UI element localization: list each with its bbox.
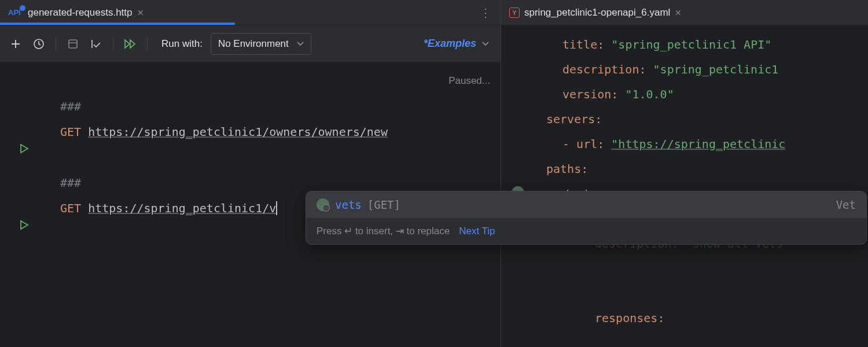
run-with-label: Run with: xyxy=(155,38,207,50)
http-request-line: GET https://spring_petclinic1/owners/own… xyxy=(57,119,501,145)
right-gutter xyxy=(501,25,536,347)
environment-select[interactable]: No Environment xyxy=(211,33,311,55)
environment-value: No Environment xyxy=(218,38,289,50)
tab-openapi-yaml[interactable]: Y spring_petclinic1-openapi_6.yaml ✕ xyxy=(501,0,690,25)
endpoint-icon xyxy=(317,198,329,211)
completion-name: vets xyxy=(335,198,362,211)
editor-body[interactable]: title: "spring_petclinic1 API" descripti… xyxy=(536,25,868,347)
active-tab-indicator xyxy=(0,23,235,25)
yaml-line: version: "1.0.0" xyxy=(536,82,868,107)
right-editor[interactable]: title: "spring_petclinic1 API" descripti… xyxy=(501,25,868,347)
completion-type: [GET] xyxy=(367,198,400,211)
yaml-line: description: "spring_petclinic1 xyxy=(536,57,868,82)
completion-footer: Press ↵ to insert, ⇥ to replace Next Tip xyxy=(306,218,866,244)
paused-label: Paused... xyxy=(448,68,490,94)
tab-filename: spring_petclinic1-openapi_6.yaml xyxy=(524,7,670,19)
layout-button[interactable] xyxy=(63,34,83,54)
yaml-line: paths: xyxy=(536,157,868,182)
svg-rect-1 xyxy=(69,40,77,48)
import-button[interactable] xyxy=(86,34,106,54)
left-gutter xyxy=(0,62,57,347)
right-editor-pane: Y spring_petclinic1-openapi_6.yaml ✕ tit… xyxy=(501,0,868,347)
run-request-icon[interactable] xyxy=(19,143,29,154)
next-tip-link[interactable]: Next Tip xyxy=(459,226,495,237)
code-separator: ### xyxy=(57,94,501,119)
tab-filename: generated-requests.http xyxy=(28,7,133,19)
yaml-line: title: "spring_petclinic1 API" xyxy=(536,32,868,57)
api-file-icon: API xyxy=(8,7,23,19)
history-button[interactable] xyxy=(29,34,49,54)
examples-link[interactable]: *Examples xyxy=(424,38,495,50)
text-caret xyxy=(276,201,277,215)
completion-popup: vets [GET] Vet Press ↵ to insert, ⇥ to r… xyxy=(306,191,867,245)
left-tab-bar: API generated-requests.http ✕ ⋮ xyxy=(0,0,501,25)
tab-generated-requests[interactable]: API generated-requests.http ✕ xyxy=(0,0,152,25)
close-icon[interactable]: ✕ xyxy=(675,8,682,17)
http-toolbar: Run with: No Environment *Examples xyxy=(0,25,501,62)
yaml-line: responses: xyxy=(536,306,868,331)
close-icon[interactable]: ✕ xyxy=(137,8,144,17)
chevron-down-icon xyxy=(482,42,489,46)
yaml-line: servers: xyxy=(536,107,868,132)
run-all-button[interactable] xyxy=(120,34,140,54)
completion-item[interactable]: vets [GET] Vet xyxy=(306,191,866,218)
left-editor-pane: API generated-requests.http ✕ ⋮ Run with… xyxy=(0,0,501,347)
right-tab-bar: Y spring_petclinic1-openapi_6.yaml ✕ xyxy=(501,0,868,25)
tab-options-icon[interactable]: ⋮ xyxy=(470,6,501,20)
chevron-down-icon xyxy=(297,42,304,46)
completion-source: Vet xyxy=(836,198,856,211)
yaml-line: - url: "https://spring_petclinic xyxy=(536,132,868,157)
yaml-file-icon: Y xyxy=(509,8,520,18)
add-request-button[interactable] xyxy=(6,34,25,54)
run-request-icon[interactable] xyxy=(19,220,29,230)
